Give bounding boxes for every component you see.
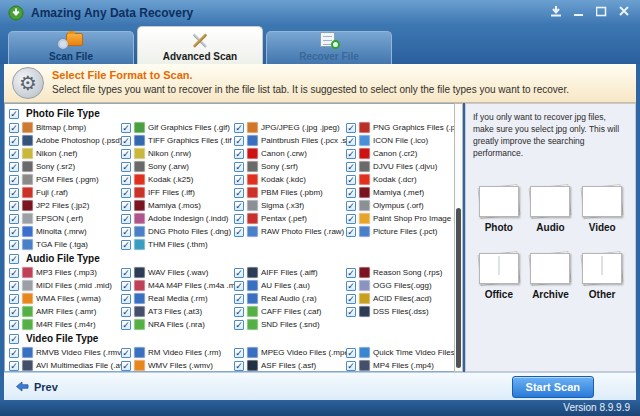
checkbox[interactable]: ✓ [121,175,131,185]
checkbox[interactable]: ✓ [121,162,131,172]
checkbox[interactable]: ✓ [9,281,19,291]
checkbox[interactable]: ✓ [9,149,19,159]
checkbox[interactable]: ✓ [234,348,244,358]
checkbox[interactable]: ✓ [9,307,19,317]
checkbox[interactable]: ✓ [9,268,19,278]
checkbox[interactable]: ✓ [9,348,19,358]
checkbox[interactable]: ✓ [346,361,356,371]
file-type-label: THM Files (.thm) [148,240,208,249]
checkbox[interactable]: ✓ [346,162,356,172]
checkbox[interactable]: ✓ [9,123,19,133]
checkbox[interactable]: ✓ [346,175,356,185]
checkbox[interactable]: ✓ [346,123,356,133]
checkbox[interactable]: ✓ [121,307,131,317]
checkbox[interactable]: ✓ [9,320,19,330]
checkbox[interactable]: ✓ [121,320,131,330]
scrollbar-thumb[interactable] [456,208,461,368]
checkbox[interactable]: ✓ [121,240,131,250]
vertical-scrollbar[interactable] [454,103,463,372]
section-checkbox[interactable]: ✓ [9,109,19,119]
checkbox[interactable]: ✓ [121,149,131,159]
file-type-label: CAFF Files (.caf) [261,307,321,316]
prev-button[interactable]: Prev [14,381,58,393]
checkbox[interactable]: ✓ [9,227,19,237]
checkbox[interactable]: ✓ [234,320,244,330]
category-office[interactable]: Office [473,253,525,300]
file-type-icon [134,200,145,211]
checkbox[interactable]: ✓ [234,268,244,278]
category-other[interactable]: Other [576,253,628,300]
file-type-grid: ✓Bitmap (.bmp)✓Gif Graphics Files (.gif)… [9,121,454,251]
file-type-label: NRA Files (.nra) [148,320,205,329]
checkbox[interactable]: ✓ [234,361,244,371]
tab-recover-file[interactable]: Recover File [266,31,392,64]
file-type-item: ✓IFF Files (.iff) [121,186,234,199]
checkbox[interactable]: ✓ [9,175,19,185]
checkbox[interactable]: ✓ [234,294,244,304]
checkbox[interactable]: ✓ [234,136,244,146]
file-type-label: RAW Photo Files (.raw) [261,227,344,236]
checkbox[interactable]: ✓ [9,162,19,172]
checkbox[interactable]: ✓ [346,227,356,237]
file-type-item: ✓THM Files (.thm) [121,238,234,251]
checkbox[interactable]: ✓ [346,268,356,278]
category-video[interactable]: Video [576,186,628,233]
checkbox[interactable]: ✓ [9,188,19,198]
start-scan-button[interactable]: Start Scan [512,376,594,398]
checkbox[interactable]: ✓ [234,201,244,211]
file-type-label: Fuji (.raf) [36,188,68,197]
download-icon[interactable] [550,6,562,17]
checkbox[interactable]: ✓ [121,294,131,304]
checkbox[interactable]: ✓ [234,214,244,224]
checkbox[interactable]: ✓ [346,294,356,304]
checkbox[interactable]: ✓ [234,149,244,159]
checkbox[interactable]: ✓ [346,201,356,211]
section-checkbox[interactable]: ✓ [9,254,19,264]
file-type-label: Gif Graphics Files (.gif) [148,123,230,132]
checkbox[interactable]: ✓ [121,361,131,371]
file-type-icon [22,293,33,304]
section-checkbox[interactable]: ✓ [9,334,19,344]
category-archive[interactable]: Archive [525,253,577,300]
checkbox[interactable]: ✓ [234,123,244,133]
checkbox[interactable]: ✓ [121,188,131,198]
checkbox[interactable]: ✓ [346,136,356,146]
checkbox[interactable]: ✓ [234,162,244,172]
category-audio[interactable]: Audio [525,186,577,233]
checkbox[interactable]: ✓ [9,240,19,250]
checkbox[interactable]: ✓ [346,149,356,159]
close-icon[interactable] [619,6,630,17]
maximize-icon[interactable] [596,6,607,17]
checkbox[interactable]: ✓ [121,281,131,291]
checkbox[interactable]: ✓ [9,214,19,224]
checkbox[interactable]: ✓ [121,201,131,211]
checkbox[interactable]: ✓ [121,136,131,146]
checkbox[interactable]: ✓ [346,281,356,291]
checkbox[interactable]: ✓ [121,123,131,133]
category-photo[interactable]: Photo [473,186,525,233]
minimize-icon[interactable] [574,6,584,17]
checkbox[interactable]: ✓ [9,201,19,211]
checkbox[interactable]: ✓ [9,136,19,146]
checkbox[interactable]: ✓ [346,348,356,358]
checkbox[interactable]: ✓ [234,175,244,185]
checkbox[interactable]: ✓ [121,227,131,237]
checkbox[interactable]: ✓ [346,214,356,224]
checkbox[interactable]: ✓ [346,188,356,198]
checkbox[interactable]: ✓ [121,268,131,278]
checkbox[interactable]: ✓ [121,348,131,358]
file-type-icon [134,135,145,146]
file-list: ✓Photo File Type✓Bitmap (.bmp)✓Gif Graph… [4,103,454,372]
file-type-item: ✓Sony (.srf) [234,160,346,173]
tab-advanced-scan[interactable]: Advanced Scan [137,26,263,64]
checkbox[interactable]: ✓ [346,307,356,317]
checkbox[interactable]: ✓ [121,214,131,224]
tab-scan-file[interactable]: Scan File [8,31,134,64]
checkbox[interactable]: ✓ [234,281,244,291]
checkbox[interactable]: ✓ [9,361,19,371]
checkbox[interactable]: ✓ [234,307,244,317]
checkbox[interactable]: ✓ [9,294,19,304]
checkbox[interactable]: ✓ [234,227,244,237]
checkbox[interactable]: ✓ [234,188,244,198]
file-type-icon [22,239,33,250]
